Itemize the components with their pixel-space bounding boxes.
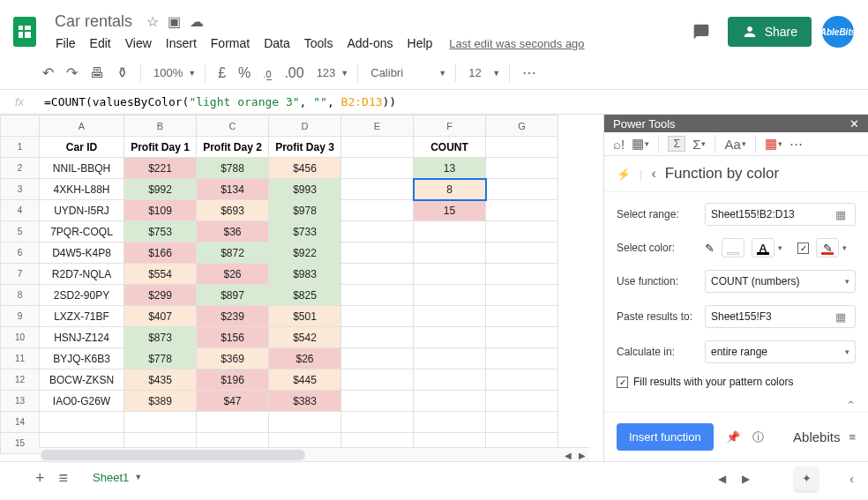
menu-insert[interactable]: Insert [160, 33, 203, 54]
panel-title: Power Tools [613, 117, 676, 131]
close-icon[interactable]: ✕ [849, 117, 859, 131]
font-size-dropdown[interactable]: 12▼ [465, 66, 500, 79]
back-icon[interactable]: ‹ [651, 166, 655, 182]
more-toolbar-button[interactable]: ⋯ [519, 61, 540, 85]
share-label: Share [765, 25, 797, 39]
bolt-icon: ⚡ [617, 168, 631, 181]
paint-format-button[interactable]: ⚱ [113, 61, 131, 85]
panel-more-button[interactable]: ⋯ [788, 132, 804, 155]
menu-format[interactable]: Format [205, 33, 256, 54]
power-tools-panel: Power Tools ✕ ⌕! ▦▾ Σ Σ▾ Aa▾ ▦▾ ⋯ ⚡ | ‹ … [603, 115, 868, 461]
function-label: Use function: [617, 275, 705, 287]
fill-label: Fill results with your pattern colors [633, 376, 793, 388]
menu-tools[interactable]: Tools [298, 33, 340, 54]
insert-function-button[interactable]: Insert function [617, 423, 714, 451]
formula-input[interactable]: =COUNT(valuesByColor("light orange 3", "… [39, 95, 868, 108]
font-color-button[interactable]: A▾ [752, 238, 774, 257]
calc-label: Calculate in: [617, 346, 705, 358]
app-header: Car rentals ☆ ▣ ☁ File Edit View Insert … [0, 0, 868, 56]
panel-text-button[interactable]: Aa▾ [722, 133, 747, 155]
color-label: Select color: [617, 242, 705, 254]
eyedropper-icon[interactable]: ✎ [705, 242, 715, 255]
last-edit-link[interactable]: Last edit was seconds ago [449, 37, 584, 50]
number-format-dropdown[interactable]: 123▼ [313, 66, 349, 79]
panel-find-button[interactable]: ⌕! [611, 133, 626, 155]
panel-sigma-active-button[interactable]: Σ [666, 132, 687, 155]
calc-select[interactable]: entire range▾ [705, 340, 856, 363]
fx-icon: fx [0, 95, 39, 108]
explore-button[interactable]: ✦ [794, 466, 819, 491]
add-sheet-button[interactable]: + [35, 469, 45, 488]
fill-checkbox[interactable]: ✓ [617, 377, 628, 388]
comments-button[interactable] [685, 16, 717, 48]
redo-button[interactable]: ↷ [63, 61, 81, 85]
zoom-dropdown[interactable]: 100%▼ [150, 66, 196, 79]
undo-button[interactable]: ↶ [39, 61, 57, 85]
panel-remove-button[interactable]: ▦▾ [763, 132, 784, 155]
sheet-tabs-bar: + ≡ Sheet1▼ ◀ ▶ ✦ ‹ [0, 461, 868, 495]
panel-sigma-dropdown[interactable]: Σ▾ [691, 133, 707, 155]
fill-color-button[interactable] [722, 238, 745, 257]
menu-file[interactable]: File [49, 33, 82, 54]
paste-label: Paste results to: [617, 310, 705, 323]
grid-picker-icon[interactable]: ▦ [832, 208, 849, 221]
menu-addons[interactable]: Add-ons [340, 33, 399, 54]
font-dropdown[interactable]: Calibri▼ [367, 66, 446, 79]
pin-icon[interactable]: 📌 [726, 430, 740, 444]
all-sheets-button[interactable]: ≡ [59, 469, 69, 488]
menu-help[interactable]: Help [401, 33, 439, 54]
percent-button[interactable]: % [235, 62, 254, 85]
move-icon[interactable]: ▣ [168, 13, 181, 30]
panel-grid-button[interactable]: ▦▾ [630, 132, 651, 155]
menu-icon[interactable]: ≡ [849, 430, 856, 444]
spreadsheet-grid[interactable]: ABCDEFG1Car IDProfit Day 1Profit Day 2Pr… [0, 115, 603, 461]
pattern-check[interactable]: ✓ [797, 243, 809, 254]
tab-nav-right[interactable]: ▶ [742, 473, 750, 485]
sheets-logo[interactable] [7, 14, 42, 49]
range-input[interactable]: Sheet155!B2:D13▦ [705, 203, 856, 226]
toolbar: ↶ ↷ 🖶 ⚱ 100%▼ £ % .0̲ .00 123▼ Calibri▼ … [0, 56, 868, 90]
tab-nav-left[interactable]: ◀ [718, 473, 726, 485]
sheet-tab-1[interactable]: Sheet1▼ [82, 464, 153, 494]
function-select[interactable]: COUNT (numbers)▾ [705, 270, 856, 293]
formula-bar: fx =COUNT(valuesByColor("light orange 3"… [0, 90, 868, 115]
menu-edit[interactable]: Edit [84, 33, 117, 54]
cloud-icon[interactable]: ☁ [190, 13, 204, 30]
brand-label: Ablebits [793, 429, 840, 444]
menu-bar: File Edit View Insert Format Data Tools … [49, 33, 685, 54]
collapse-icon[interactable]: ⌃ [604, 399, 868, 412]
help-icon[interactable]: ⓘ [752, 429, 764, 445]
document-title[interactable]: Car rentals [49, 11, 138, 33]
function-title: Function by color [665, 165, 779, 183]
print-button[interactable]: 🖶 [86, 62, 108, 85]
paste-input[interactable]: Sheet155!F3▦ [705, 305, 856, 328]
scroll-right-button[interactable]: ▶ [575, 448, 589, 461]
horizontal-scrollbar[interactable]: ◀▶ [39, 447, 589, 461]
grid-picker-icon-2[interactable]: ▦ [832, 310, 849, 324]
panel-toolbar: ⌕! ▦▾ Σ Σ▾ Aa▾ ▦▾ ⋯ [604, 132, 868, 156]
account-avatar[interactable]: AbleBits [822, 16, 854, 48]
currency-button[interactable]: £ [214, 62, 229, 85]
decrease-decimal-button[interactable]: .0̲ [259, 62, 275, 85]
share-button[interactable]: Share [728, 17, 812, 47]
increase-decimal-button[interactable]: .00 [281, 62, 307, 85]
side-panel-toggle[interactable]: ‹ [849, 472, 854, 486]
menu-view[interactable]: View [119, 33, 158, 54]
menu-data[interactable]: Data [258, 33, 296, 54]
range-label: Select range: [617, 208, 705, 220]
pattern-color-button[interactable]: ✎▾ [816, 238, 839, 257]
star-icon[interactable]: ☆ [146, 13, 159, 30]
scroll-left-button[interactable]: ◀ [561, 448, 575, 461]
